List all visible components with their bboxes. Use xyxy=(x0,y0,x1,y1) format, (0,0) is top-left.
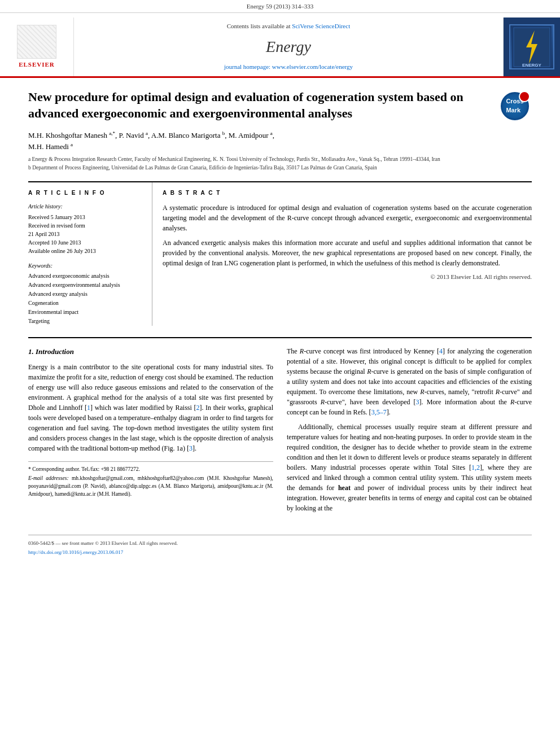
keyword-3: Advanced exergy analysis xyxy=(28,290,142,299)
received-date: Received 5 January 2013 xyxy=(28,213,142,221)
intro-right-body: The R-curve concept was first introduced… xyxy=(287,346,532,513)
journal-badge-section: ENERGY xyxy=(504,18,560,76)
abstract-para-1: A systematic procedure is introduced for… xyxy=(163,203,532,233)
sciverse-line: Contents lists available at SciVerse Sci… xyxy=(227,22,350,31)
revised-label: Received in revised form xyxy=(28,221,142,230)
intro-left-para-1: Energy is a main contributor to the site… xyxy=(28,362,273,453)
journal-center-header: Contents lists available at SciVerse Sci… xyxy=(73,18,504,76)
affiliations: a Energy & Process Integration Research … xyxy=(28,156,532,172)
citation-text: Energy 59 (2013) 314–333 xyxy=(247,3,314,10)
author-1: M.H. Khoshgoftar Manesh a,*, P. Navid a,… xyxy=(28,131,274,139)
top-citation-bar: Energy 59 (2013) 314–333 xyxy=(0,0,560,13)
article-info-abstract-section: A R T I C L E I N F O Article history: R… xyxy=(28,181,532,326)
copyright-line: © 2013 Elsevier Ltd. All rights reserved… xyxy=(163,273,532,282)
svg-rect-0 xyxy=(21,27,53,56)
svg-point-3 xyxy=(39,36,50,50)
svg-point-2 xyxy=(23,36,34,50)
article-history: Article history: Received 5 January 2013… xyxy=(28,203,142,255)
journal-homepage: journal homepage: www.elsevier.com/locat… xyxy=(224,63,353,72)
keyword-5: Environmental impact xyxy=(28,308,142,317)
svg-rect-6 xyxy=(32,30,34,36)
email-footnote: E-mail addresses: mh.khoshgoftar@gmail.c… xyxy=(28,474,273,499)
elsevier-logo-image xyxy=(17,25,56,59)
svg-text:ENERGY: ENERGY xyxy=(522,63,541,68)
corresponding-footnote: * Corresponding author. Tel./fax: +98 21… xyxy=(28,465,273,473)
abstract-para-2: An advanced exergetic analysis makes thi… xyxy=(163,238,532,268)
journal-header: ELSEVIER Contents lists available at Sci… xyxy=(0,13,560,78)
elsevier-wordmark: ELSEVIER xyxy=(19,60,55,69)
abstract-header: A B S T R A C T xyxy=(163,189,532,198)
doi-link: http://dx.doi.org/10.1016/j.energy.2013.… xyxy=(28,549,123,555)
keyword-2: Advanced exergoenvironmental analysis xyxy=(28,281,142,290)
keyword-6: Targeting xyxy=(28,317,142,326)
article-title-section: New procedure for optimal design and eva… xyxy=(28,89,532,121)
keyword-1: Advanced exergoeconomic analysis xyxy=(28,272,142,281)
affiliation-b: b Department of Process Engineering, Uni… xyxy=(28,164,532,172)
energy-journal-badge: ENERGY xyxy=(509,24,554,69)
footnote-section: * Corresponding author. Tel./fax: +98 21… xyxy=(28,461,273,499)
svg-rect-4 xyxy=(35,43,38,52)
elsevier-logo: ELSEVIER xyxy=(17,25,56,69)
svg-rect-5 xyxy=(30,44,43,46)
keywords-section: Keywords: Advanced exergoeconomic analys… xyxy=(28,262,142,326)
article-title: New procedure for optimal design and eva… xyxy=(28,89,532,121)
article-info-header: A R T I C L E I N F O xyxy=(28,189,142,198)
keywords-title: Keywords: xyxy=(28,262,142,270)
main-content: New procedure for optimal design and eva… xyxy=(0,78,560,569)
intro-right-para-2: Additionally, chemical processes usually… xyxy=(287,422,532,513)
page-footer: 0360-5442/$ — see front matter © 2013 El… xyxy=(28,535,532,556)
author-2: M.H. Hamedi a xyxy=(28,142,73,151)
keyword-4: Cogeneration xyxy=(28,299,142,308)
sciverse-link-text[interactable]: SciVerse ScienceDirect xyxy=(292,23,350,29)
available-date: Available online 26 July 2013 xyxy=(28,247,142,255)
intro-left-col: 1. Introduction Energy is a main contrib… xyxy=(28,346,273,518)
footer-issn: 0360-5442/$ — see front matter © 2013 El… xyxy=(28,540,532,547)
authors-line: M.H. Khoshgoftar Manesh a,*, P. Navid a,… xyxy=(28,130,532,152)
footer-doi[interactable]: http://dx.doi.org/10.1016/j.energy.2013.… xyxy=(28,549,532,556)
revised-date: 21 April 2013 xyxy=(28,230,142,238)
intro-section-title: 1. Introduction xyxy=(28,346,273,357)
svg-rect-7 xyxy=(39,30,41,36)
introduction-section: 1. Introduction Energy is a main contrib… xyxy=(28,337,532,518)
crossmark-icon: CrossMark xyxy=(501,92,529,120)
journal-name: Energy xyxy=(266,36,311,59)
accepted-date: Accepted 10 June 2013 xyxy=(28,238,142,247)
intro-right-para-1: The R-curve concept was first introduced… xyxy=(287,346,532,417)
intro-right-col: The R-curve concept was first introduced… xyxy=(287,346,532,518)
sciverse-pre-text: Contents lists available at xyxy=(227,23,291,29)
abstract-col: A B S T R A C T A systematic procedure i… xyxy=(152,182,532,326)
abstract-body: A systematic procedure is introduced for… xyxy=(163,203,532,268)
crossmark-badge: CrossMark xyxy=(498,89,532,123)
elsevier-logo-section: ELSEVIER xyxy=(0,18,73,76)
svg-marker-9 xyxy=(40,28,42,30)
affiliation-a: a Energy & Process Integration Research … xyxy=(28,156,532,163)
svg-marker-8 xyxy=(33,28,36,30)
history-title: Article history: xyxy=(28,203,142,211)
svg-point-1 xyxy=(27,29,47,45)
article-info-col: A R T I C L E I N F O Article history: R… xyxy=(28,182,152,326)
intro-left-body: Energy is a main contributor to the site… xyxy=(28,362,273,453)
email-header-label: E-mail addresses: xyxy=(28,475,69,481)
